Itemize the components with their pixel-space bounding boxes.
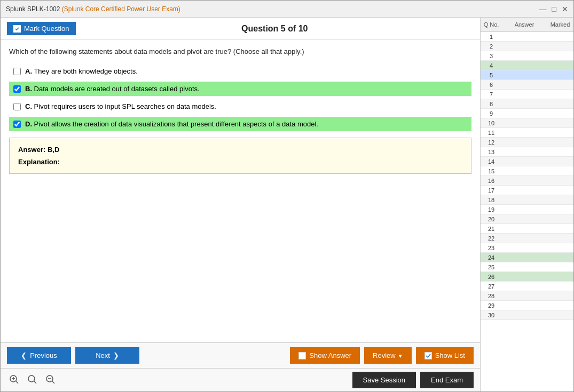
mark-checkbox-icon (13, 25, 21, 33)
review-button[interactable]: Review (364, 347, 412, 364)
maximize-icon[interactable]: □ (552, 5, 556, 13)
question-list-row[interactable]: 22 (481, 234, 573, 243)
question-list-row[interactable]: 28 (481, 291, 573, 301)
explanation-label: Explanation: (18, 158, 462, 166)
svg-line-9 (52, 381, 54, 383)
option-row-d: D. Pivot allows the creation of data vis… (9, 117, 471, 131)
question-list-row[interactable]: 4 (481, 61, 573, 70)
question-number-cell: 28 (481, 293, 502, 299)
question-list-row[interactable]: 10 (481, 118, 573, 128)
question-title: Question 5 of 10 (76, 24, 474, 34)
question-number-cell: 27 (481, 283, 502, 290)
question-number-cell: 16 (481, 178, 502, 184)
question-list-row[interactable]: 2 (481, 42, 573, 51)
question-number-cell: 11 (481, 130, 502, 136)
zoom-reset-button[interactable] (25, 373, 39, 387)
question-list-row[interactable]: 20 (481, 214, 573, 224)
option-checkbox-c[interactable] (13, 103, 21, 110)
question-list-row[interactable]: 23 (481, 243, 573, 253)
next-button[interactable]: Next (75, 347, 139, 364)
question-list-row[interactable]: 16 (481, 176, 573, 186)
show-answer-button[interactable]: Show Answer (290, 347, 360, 364)
question-number-cell: 9 (481, 110, 502, 117)
question-list-row[interactable]: 21 (481, 224, 573, 234)
question-number-cell: 29 (481, 302, 502, 309)
header-qno: Q No. (481, 20, 502, 29)
question-area: Which of the following statements about … (1, 40, 480, 342)
question-list-row[interactable]: 18 (481, 195, 573, 205)
option-row-c: C. Pivot requires users to input SPL sea… (9, 99, 471, 114)
bottom-toolbar: Previous Next Show Answer Review (1, 342, 480, 368)
question-number-cell: 30 (481, 312, 502, 318)
question-number-cell: 24 (481, 254, 502, 261)
title-bar: Splunk SPLK-1002 (Splunk Core Certified … (1, 1, 573, 18)
left-panel: Mark Question Question 5 of 10 Which of … (1, 18, 480, 391)
question-list-row[interactable]: 13 (481, 147, 573, 157)
question-list-row[interactable]: 3 (481, 51, 573, 61)
question-number-cell: 3 (481, 53, 502, 59)
question-list-row[interactable]: 19 (481, 205, 573, 214)
question-number-cell: 4 (481, 62, 502, 69)
question-list-row[interactable]: 11 (481, 128, 573, 138)
question-number-cell: 10 (481, 120, 502, 126)
question-list-row[interactable]: 5 (481, 70, 573, 80)
question-number-cell: 20 (481, 216, 502, 222)
question-list-row[interactable]: 27 (481, 282, 573, 291)
question-list-row[interactable]: 29 (481, 301, 573, 310)
question-list-row[interactable]: 30 (481, 310, 573, 320)
question-list-row[interactable]: 26 (481, 272, 573, 282)
show-list-label: Show List (435, 351, 465, 359)
review-dropdown-icon (398, 351, 403, 359)
question-list-row[interactable]: 12 (481, 138, 573, 147)
question-list-row[interactable]: 7 (481, 90, 573, 99)
question-number-cell: 7 (481, 91, 502, 98)
option-label-a: A. They are both knowledge objects. (25, 67, 138, 75)
header-answer: Answer (502, 20, 547, 29)
save-session-label: Save Session (363, 376, 406, 384)
option-checkbox-a[interactable] (13, 68, 21, 75)
zoom-toolbar: Save Session End Exam (1, 368, 480, 391)
app-window: Splunk SPLK-1002 (Splunk Core Certified … (0, 0, 574, 392)
question-list-row[interactable]: 14 (481, 157, 573, 166)
question-number-cell: 8 (481, 101, 502, 107)
svg-point-5 (28, 375, 35, 382)
question-number-cell: 21 (481, 226, 502, 232)
close-icon[interactable]: ✕ (562, 5, 568, 13)
question-list-row[interactable]: 25 (481, 262, 573, 272)
show-answer-checkbox-icon (298, 352, 306, 359)
top-toolbar: Mark Question Question 5 of 10 (1, 18, 480, 40)
previous-label: Previous (30, 351, 57, 359)
question-list-row[interactable]: 1 (481, 32, 573, 42)
option-checkbox-d[interactable] (13, 121, 21, 128)
header-marked: Marked (547, 20, 573, 29)
question-number-cell: 6 (481, 82, 502, 88)
question-list-row[interactable]: 15 (481, 166, 573, 176)
svg-line-6 (34, 381, 36, 383)
zoom-in-button[interactable] (7, 373, 21, 387)
question-list-row[interactable]: 6 (481, 80, 573, 90)
question-number-cell: 25 (481, 264, 502, 270)
save-session-button[interactable]: Save Session (352, 372, 416, 388)
question-list-row[interactable]: 24 (481, 253, 573, 262)
question-number-cell: 5 (481, 72, 502, 78)
mark-question-button[interactable]: Mark Question (7, 22, 76, 35)
question-list-row[interactable]: 9 (481, 109, 573, 118)
show-list-button[interactable]: Show List (416, 347, 474, 364)
svg-line-4 (16, 381, 18, 383)
question-number-cell: 12 (481, 139, 502, 146)
question-number-cell: 22 (481, 235, 502, 242)
right-panel: Q No. Answer Marked 12345678910111213141… (480, 18, 573, 391)
zoom-out-button[interactable] (43, 373, 57, 387)
minimize-icon[interactable]: — (539, 5, 547, 13)
option-checkbox-b[interactable] (13, 85, 21, 93)
question-list-row[interactable]: 17 (481, 186, 573, 195)
window-title: Splunk SPLK-1002 (Splunk Core Certified … (6, 5, 180, 13)
end-exam-button[interactable]: End Exam (420, 372, 474, 388)
question-list[interactable]: 1234567891011121314151617181920212223242… (481, 32, 573, 391)
option-label-c: C. Pivot requires users to input SPL sea… (25, 102, 216, 110)
previous-button[interactable]: Previous (7, 347, 71, 364)
question-list-row[interactable]: 8 (481, 99, 573, 109)
question-number-cell: 1 (481, 34, 502, 40)
mark-question-label: Mark Question (24, 25, 69, 33)
end-exam-label: End Exam (431, 376, 463, 384)
